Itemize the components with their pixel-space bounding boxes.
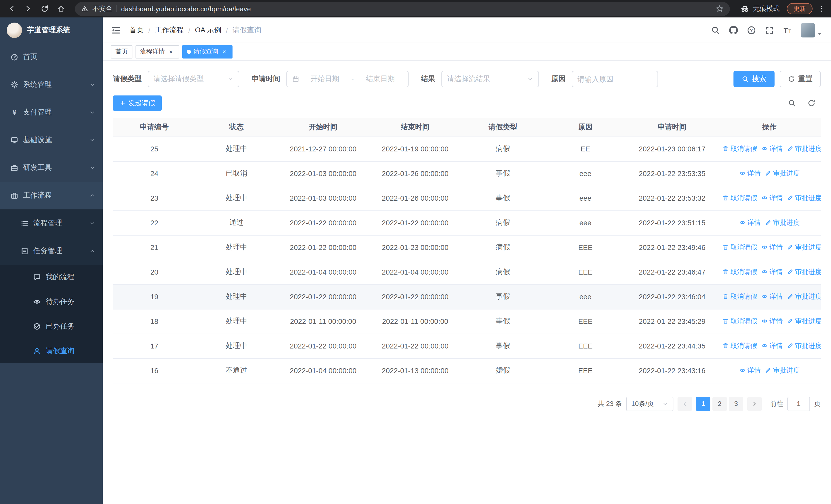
fontsize-icon[interactable]: TT xyxy=(783,25,792,35)
cell-status: 已取消 xyxy=(196,161,277,186)
breadcrumb-item[interactable]: 首页 xyxy=(130,25,144,35)
detail-link[interactable]: 详情 xyxy=(739,366,761,375)
table-row[interactable]: 19处理中2022-01-22 00:00:002022-01-22 00:00… xyxy=(113,284,821,309)
sidebar-item-done-tasks[interactable]: 已办任务 xyxy=(0,314,103,339)
refresh-table-icon[interactable] xyxy=(807,99,815,107)
progress-link[interactable]: 审批进度 xyxy=(787,144,821,153)
github-icon[interactable] xyxy=(729,25,738,35)
cell-ops: 详情审批进度 xyxy=(718,358,821,383)
page-button-2[interactable]: 2 xyxy=(712,396,727,411)
breadcrumb-item[interactable]: 工作流程 xyxy=(155,25,184,35)
sidebar-toggle-icon[interactable] xyxy=(111,25,121,35)
sidebar-item-label: 已办任务 xyxy=(46,322,75,331)
user-avatar[interactable] xyxy=(801,23,823,37)
next-page-button[interactable] xyxy=(747,396,762,411)
forward-button[interactable] xyxy=(22,2,35,16)
apply-time-range-picker[interactable]: 开始日期 - 结束日期 xyxy=(286,71,408,87)
progress-link[interactable]: 审批进度 xyxy=(765,366,800,375)
table-row[interactable]: 16不通过2022-01-04 00:00:002022-01-13 00:00… xyxy=(113,358,821,383)
url-bar[interactable]: 不安全 dashboard.yudao.iocoder.cn/bpm/oa/le… xyxy=(75,2,730,16)
prev-page-button[interactable] xyxy=(678,396,692,411)
progress-link[interactable]: 审批进度 xyxy=(787,267,821,277)
progress-link[interactable]: 审批进度 xyxy=(787,243,821,252)
trash-icon xyxy=(722,244,729,251)
trash-icon xyxy=(722,146,729,152)
detail-link[interactable]: 详情 xyxy=(739,218,761,227)
cancel-link[interactable]: 取消请假 xyxy=(722,194,757,203)
table-row[interactable]: 22通过2022-01-22 00:00:002022-01-22 00:00:… xyxy=(113,210,821,235)
table-row[interactable]: 18处理中2022-01-11 00:00:002022-01-11 00:00… xyxy=(113,309,821,334)
bookmark-star-icon[interactable] xyxy=(716,5,724,13)
progress-link[interactable]: 审批进度 xyxy=(765,169,800,178)
detail-link[interactable]: 详情 xyxy=(761,341,783,351)
sidebar-item-infrastructure[interactable]: 基础设施 xyxy=(0,126,103,154)
sidebar-item-task-management[interactable]: 任务管理 xyxy=(0,237,103,265)
detail-link[interactable]: 详情 xyxy=(761,144,783,153)
back-button[interactable] xyxy=(5,2,19,16)
sidebar-item-workflow[interactable]: 工作流程 xyxy=(0,182,103,209)
browser-menu-icon[interactable] xyxy=(818,5,826,13)
progress-link[interactable]: 审批进度 xyxy=(765,218,800,227)
close-icon[interactable]: × xyxy=(221,48,228,55)
page-button-1[interactable]: 1 xyxy=(696,396,710,411)
app-logo[interactable]: 芋道管理系统 xyxy=(0,18,103,43)
reset-button[interactable]: 重置 xyxy=(780,71,821,87)
create-leave-button[interactable]: 发起请假 xyxy=(113,95,162,111)
progress-link[interactable]: 审批进度 xyxy=(787,317,821,326)
detail-link[interactable]: 详情 xyxy=(761,317,783,326)
sidebar-item-system-management[interactable]: 系统管理 xyxy=(0,71,103,98)
detail-link[interactable]: 详情 xyxy=(761,194,783,203)
sidebar-item-dev-tools[interactable]: 研发工具 xyxy=(0,154,103,182)
goto-page-input[interactable] xyxy=(787,396,810,411)
toggle-search-icon[interactable] xyxy=(788,99,796,107)
sidebar-item-home[interactable]: 首页 xyxy=(0,43,103,71)
table-row[interactable]: 25处理中2021-12-27 00:00:002022-01-19 00:00… xyxy=(113,137,821,161)
cell-status: 处理中 xyxy=(196,284,277,309)
detail-link[interactable]: 详情 xyxy=(761,292,783,301)
table-row[interactable]: 21处理中2022-01-22 00:00:002022-01-23 00:00… xyxy=(113,235,821,260)
browser-update-button[interactable]: 更新 xyxy=(787,3,812,14)
sidebar-item-todo-tasks[interactable]: 待办任务 xyxy=(0,290,103,314)
page-button-3[interactable]: 3 xyxy=(729,396,743,411)
sidebar-item-leave-query[interactable]: 请假查询 xyxy=(0,339,103,363)
progress-link[interactable]: 审批进度 xyxy=(787,194,821,203)
detail-link[interactable]: 详情 xyxy=(761,267,783,277)
table-row[interactable]: 17处理中2022-01-22 00:00:002022-01-22 00:00… xyxy=(113,334,821,358)
reload-button[interactable] xyxy=(38,2,51,16)
security-label[interactable]: 不安全 xyxy=(92,4,112,13)
reason-input[interactable] xyxy=(572,71,658,87)
tab-home[interactable]: 首页 xyxy=(111,45,133,58)
detail-link[interactable]: 详情 xyxy=(761,243,783,252)
breadcrumb-item[interactable]: OA 示例 xyxy=(195,25,222,35)
help-icon[interactable]: ? xyxy=(747,25,756,35)
search-icon[interactable] xyxy=(711,25,720,35)
table-row[interactable]: 23处理中2022-01-03 00:00:002022-01-26 00:00… xyxy=(113,186,821,210)
detail-link[interactable]: 详情 xyxy=(739,169,761,178)
url-text[interactable]: dashboard.yudao.iocoder.cn/bpm/oa/leave xyxy=(121,5,711,12)
cancel-link[interactable]: 取消请假 xyxy=(722,317,757,326)
fullscreen-icon[interactable] xyxy=(765,25,774,35)
table-row[interactable]: 20处理中2022-01-04 00:00:002022-01-04 00:00… xyxy=(113,260,821,284)
home-button[interactable] xyxy=(54,2,68,16)
chevron-right-icon xyxy=(751,401,757,407)
result-select[interactable]: 请选择流结果 xyxy=(441,71,539,87)
table-row[interactable]: 24已取消2022-01-03 00:00:002022-01-26 00:00… xyxy=(113,161,821,186)
cell-end: 2022-01-26 00:00:00 xyxy=(369,186,461,210)
sidebar-item-process-management[interactable]: 流程管理 xyxy=(0,209,103,237)
search-button[interactable]: 搜索 xyxy=(734,71,775,87)
page-size-select[interactable]: 10条/页 xyxy=(626,396,674,411)
close-icon[interactable]: × xyxy=(167,48,174,55)
progress-link[interactable]: 审批进度 xyxy=(787,292,821,301)
leave-type-select[interactable]: 请选择请假类型 xyxy=(148,71,239,87)
tab-leave-query[interactable]: 请假查询× xyxy=(182,45,232,58)
cancel-link[interactable]: 取消请假 xyxy=(722,341,757,351)
progress-link[interactable]: 审批进度 xyxy=(787,341,821,351)
tab-process-detail[interactable]: 流程详情× xyxy=(136,45,179,58)
sidebar-item-my-processes[interactable]: 我的流程 xyxy=(0,265,103,290)
back-icon xyxy=(8,5,16,13)
sidebar-item-payment-management[interactable]: ¥支付管理 xyxy=(0,98,103,126)
cancel-link[interactable]: 取消请假 xyxy=(722,292,757,301)
cancel-link[interactable]: 取消请假 xyxy=(722,144,757,153)
cancel-link[interactable]: 取消请假 xyxy=(722,267,757,277)
cancel-link[interactable]: 取消请假 xyxy=(722,243,757,252)
